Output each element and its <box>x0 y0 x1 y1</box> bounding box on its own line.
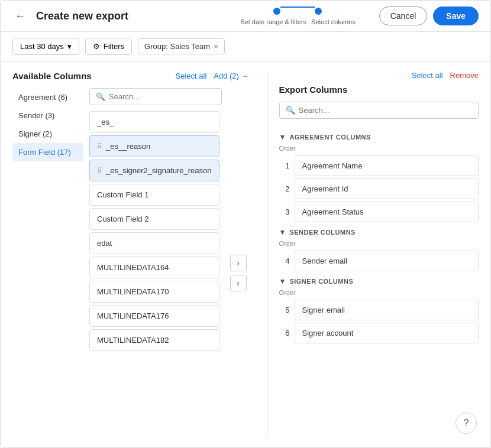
right-panel: Select all Remove Export Columns 🔍 ▼ AGR… <box>273 71 479 438</box>
export-field-signer-account[interactable]: Signer account <box>295 323 479 343</box>
export-columns-title: Export Columns <box>279 85 348 95</box>
panel-actions: Select all Add (2) → <box>176 72 249 80</box>
help-icon: ? <box>464 418 469 428</box>
export-row-3: 3 Agreement Status <box>279 202 479 222</box>
left-search-input[interactable] <box>109 92 215 101</box>
filter-icon: ⚙ <box>93 42 100 51</box>
left-panel: Available Columns Select all Add (2) → A… <box>12 71 261 438</box>
field-item-es[interactable]: _es_ <box>89 111 219 133</box>
field-item-es-reason[interactable]: ⠿_es__reason <box>89 135 219 157</box>
left-search-box: 🔍 <box>89 88 222 105</box>
drag-handle-icon: ⠿ <box>97 167 102 175</box>
add-button[interactable]: Add (2) → <box>214 72 248 80</box>
step-connector <box>280 7 315 8</box>
export-row-5: 5 Signer email <box>279 300 479 320</box>
left-panel-header: Available Columns Select all Add (2) → <box>12 71 249 81</box>
main-content: Available Columns Select all Add (2) → A… <box>1 61 490 447</box>
right-panel-controls: Select all Remove <box>279 71 479 80</box>
export-columns-list: ▼ AGREEMENT COLUMNS Order 1 Agreement Na… <box>279 127 479 346</box>
right-search-icon: 🔍 <box>286 106 295 115</box>
field-item-signer2-reason[interactable]: ⠿_es_signer2_signature_reason <box>89 160 219 181</box>
available-columns-title: Available Columns <box>12 71 92 81</box>
export-row-6: 6 Signer account <box>279 323 479 343</box>
signer-section-header: ▼ SIGNER COLUMNS <box>279 277 479 285</box>
sender-order-label: Order <box>279 240 479 247</box>
agreement-toggle[interactable]: ▼ <box>279 133 286 141</box>
category-item-agreement[interactable]: Agreement (6) <box>12 88 83 106</box>
header: ← Create new export Set date range & fil… <box>1 1 490 32</box>
filter-tag: Group: Sales Team × <box>138 38 225 54</box>
order-num-2: 2 <box>279 184 290 193</box>
field-item-edat[interactable]: edat <box>89 232 219 254</box>
agreement-order-label: Order <box>279 145 479 152</box>
cancel-button[interactable]: Cancel <box>379 7 428 25</box>
export-field-sender-email[interactable]: Sender email <box>295 251 479 271</box>
sender-section-header: ▼ SENDER COLUMNS <box>279 228 479 236</box>
date-range-label: Last 30 days <box>20 42 64 51</box>
search-icon: 🔍 <box>96 92 105 101</box>
export-row-4: 4 Sender email <box>279 251 479 271</box>
field-item-custom2[interactable]: Custom Field 2 <box>89 208 219 230</box>
back-button[interactable]: ← <box>12 8 28 25</box>
field-item-multiline182[interactable]: MULTILINEDATA182 <box>89 329 219 351</box>
save-button[interactable]: Save <box>433 7 479 25</box>
order-num-6: 6 <box>279 329 290 337</box>
fields-area: 🔍 _es_ ⠿_es__reason ⠿_es_signer2_signatu… <box>89 88 222 351</box>
toolbar: Last 30 days ▾ ⚙ Filters Group: Sales Te… <box>1 32 490 61</box>
agreement-section-header: ▼ AGREEMENT COLUMNS <box>279 133 479 141</box>
category-list: Agreement (6) Sender (3) Signer (2) Form… <box>12 88 83 351</box>
signer-order-label: Order <box>279 289 479 296</box>
page-title: Create new export <box>36 10 240 22</box>
move-right-button[interactable]: › <box>230 255 247 271</box>
right-search-input[interactable] <box>299 106 472 115</box>
export-row-2: 2 Agreement Id <box>279 178 479 199</box>
right-panel-title-row: Export Columns <box>279 85 479 95</box>
export-field-signer-email[interactable]: Signer email <box>295 300 479 320</box>
drag-handle-icon: ⠿ <box>97 142 102 151</box>
category-item-sender[interactable]: Sender (3) <box>12 106 83 125</box>
field-item-multiline176[interactable]: MULTILINEDATA176 <box>89 305 219 327</box>
agreement-section-label: AGREEMENT COLUMNS <box>289 134 370 141</box>
field-item-multiline170[interactable]: MULTILINEDATA170 <box>89 281 219 303</box>
date-range-button[interactable]: Last 30 days ▾ <box>12 38 79 55</box>
filter-label: Filters <box>104 42 124 51</box>
fields-list: _es_ ⠿_es__reason ⠿_es_signer2_signature… <box>89 111 222 351</box>
right-search-box: 🔍 <box>279 102 479 119</box>
export-field-agreement-id[interactable]: Agreement Id <box>295 178 479 199</box>
header-actions: Cancel Save <box>379 7 479 25</box>
move-left-button[interactable]: ‹ <box>230 275 247 291</box>
signer-section-label: SIGNER COLUMNS <box>289 278 353 285</box>
export-field-agreement-name[interactable]: Agreement Name <box>295 155 479 176</box>
filters-button[interactable]: ⚙ Filters <box>85 38 132 55</box>
right-select-all-button[interactable]: Select all <box>412 71 443 80</box>
step-1 <box>273 8 280 15</box>
stepper: Set date range & filters Select columns <box>240 7 356 25</box>
field-item-custom1[interactable]: Custom Field 1 <box>89 184 219 206</box>
panel-divider <box>267 71 267 438</box>
arrow-column: › ‹ <box>228 194 249 351</box>
step-2-dot <box>315 8 322 15</box>
sender-section-label: SENDER COLUMNS <box>289 229 356 236</box>
order-num-1: 1 <box>279 161 290 170</box>
tag-close-icon[interactable]: × <box>214 43 218 50</box>
select-all-button[interactable]: Select all <box>176 72 207 80</box>
step-2 <box>315 8 322 15</box>
right-remove-button[interactable]: Remove <box>450 71 479 80</box>
step-2-label: Select columns <box>311 18 356 25</box>
columns-area: Agreement (6) Sender (3) Signer (2) Form… <box>12 88 249 351</box>
help-button[interactable]: ? <box>456 413 477 434</box>
signer-toggle[interactable]: ▼ <box>279 277 286 285</box>
order-num-3: 3 <box>279 207 290 216</box>
export-row-1: 1 Agreement Name <box>279 155 479 176</box>
order-num-4: 4 <box>279 257 290 265</box>
step-1-label: Set date range & filters <box>240 18 306 25</box>
chevron-down-icon: ▾ <box>67 42 72 51</box>
order-num-5: 5 <box>279 306 290 314</box>
category-item-formfield[interactable]: Form Field (17) <box>12 143 83 161</box>
category-item-signer[interactable]: Signer (2) <box>12 125 83 143</box>
step-1-dot <box>273 8 280 15</box>
app-window: ← Create new export Set date range & fil… <box>0 0 491 448</box>
export-field-agreement-status[interactable]: Agreement Status <box>295 202 479 222</box>
field-item-multiline164[interactable]: MULTILINEDATA164 <box>89 257 219 278</box>
sender-toggle[interactable]: ▼ <box>279 228 286 236</box>
